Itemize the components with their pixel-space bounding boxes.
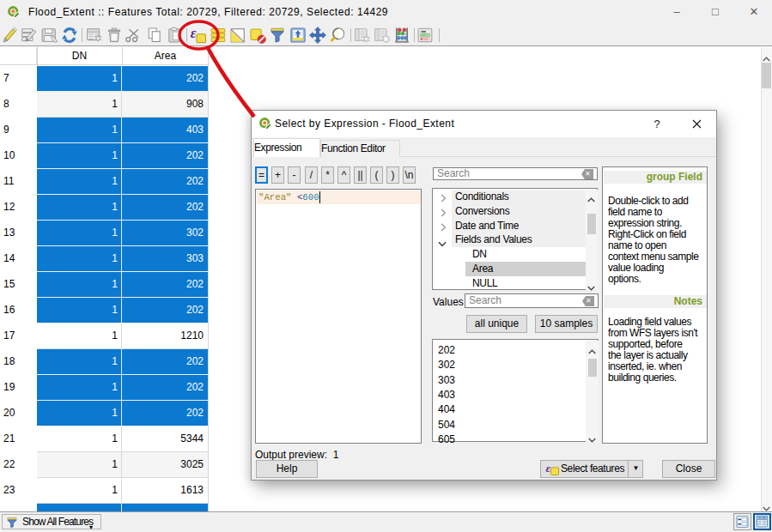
svg-text:ε: ε — [190, 27, 196, 41]
svg-text:ε: ε — [545, 462, 550, 475]
